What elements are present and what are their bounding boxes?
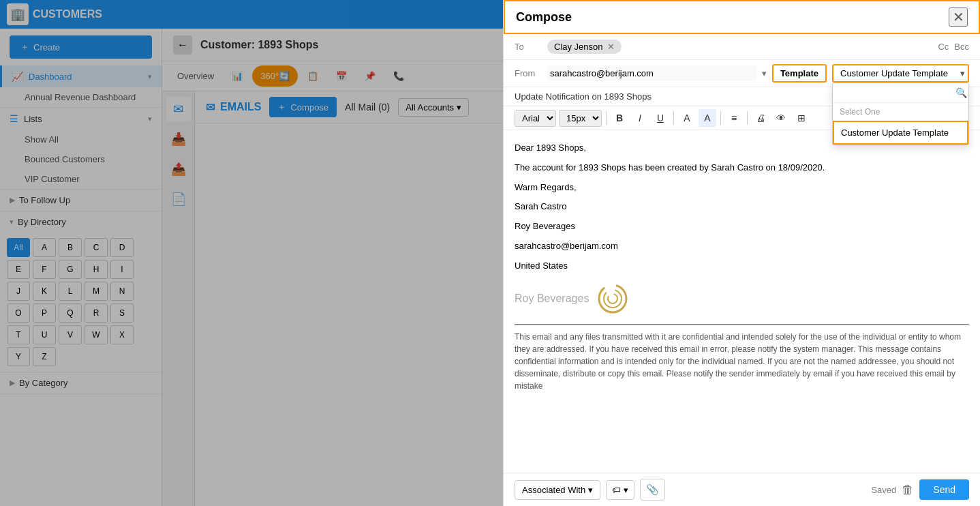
toolbar-bg-color-button[interactable]: A	[699, 109, 716, 127]
template-button[interactable]: Template	[772, 64, 827, 83]
svg-point-2	[608, 294, 617, 303]
template-search-row: 🔍	[833, 83, 968, 103]
body-line1: The account for 1893 Shops has been crea…	[515, 161, 969, 175]
body-divider	[515, 324, 969, 325]
template-search-icon: 🔍	[955, 87, 967, 98]
delete-button[interactable]: 🗑	[902, 483, 914, 497]
delete-icon: 🗑	[902, 483, 914, 496]
compose-header: Compose ✕	[504, 0, 980, 34]
svg-point-1	[604, 290, 622, 308]
compose-from-row: From ▾ Template Customer Update Template…	[504, 60, 980, 87]
attach-button[interactable]: 📎	[640, 479, 665, 501]
signature-logo-area: Roy Beverages	[515, 282, 969, 316]
compose-overlay: Compose ✕ To Clay Jenson ✕ Cc Bcc From	[0, 0, 980, 506]
associated-with-button[interactable]: Associated With ▾	[515, 480, 600, 500]
attach-icon: 📎	[646, 483, 659, 495]
send-button[interactable]: Send	[919, 479, 969, 500]
from-label: From	[515, 68, 542, 78]
toolbar-bold-button[interactable]: B	[611, 109, 628, 127]
body-sig-email: sarahcastro@berijam.com	[515, 239, 969, 254]
body-sig-name: Sarah Castro	[515, 200, 969, 214]
compose-footer: Associated With ▾ 🏷 ▾ 📎 Saved 🗑 Send	[504, 473, 980, 506]
toolbar-size-select[interactable]: 15px	[559, 110, 602, 127]
toolbar-sep-2	[673, 111, 674, 125]
main-layout: ＋ Create 📈 Dashboard ▾ Annual Revenue Da…	[0, 29, 980, 506]
tag-button[interactable]: 🏷 ▾	[606, 480, 634, 500]
body-disclaimer: This email and any files transmitted wit…	[515, 331, 969, 392]
template-search-input[interactable]	[838, 88, 953, 98]
bcc-link[interactable]: Bcc	[954, 42, 969, 52]
recipient-name: Clay Jenson	[554, 42, 603, 52]
compose-to-row: To Clay Jenson ✕ Cc Bcc	[504, 34, 980, 60]
body-warm-regards: Warm Regards,	[515, 181, 969, 195]
body-sig-company: Roy Beverages	[515, 220, 969, 234]
cc-bcc-links: Cc Bcc	[938, 42, 969, 52]
toolbar-color-button[interactable]: A	[678, 109, 696, 127]
compose-modal: Compose ✕ To Clay Jenson ✕ Cc Bcc From	[503, 0, 980, 506]
toolbar-sep-1	[606, 111, 607, 125]
tag-arrow: ▾	[624, 485, 628, 495]
tag-icon: 🏷	[612, 485, 621, 495]
compose-subject: Update Notification on 1893 Shops	[515, 91, 652, 102]
associated-with-arrow: ▾	[588, 485, 593, 495]
toolbar-print-button[interactable]: 🖨	[752, 109, 769, 127]
toolbar-preview-button[interactable]: 👁	[772, 109, 790, 127]
from-email-input[interactable]	[547, 65, 756, 81]
recipient-tag: Clay Jenson ✕	[547, 40, 622, 54]
recipient-remove-button[interactable]: ✕	[607, 42, 615, 52]
toolbar-underline-button[interactable]: U	[652, 109, 669, 127]
toolbar-font-select[interactable]: Arial	[515, 110, 556, 127]
template-option-customer-update[interactable]: Customer Update Template	[833, 121, 968, 145]
compose-close-button[interactable]: ✕	[949, 8, 968, 27]
toolbar-sep-3	[720, 111, 721, 125]
body-sig-country: United States	[515, 259, 969, 273]
to-label: To	[515, 42, 542, 52]
template-select[interactable]: Customer Update Template	[832, 64, 969, 83]
template-select-wrapper: Customer Update Template ▾ 🔍 Select One …	[832, 64, 969, 83]
saved-label: Saved	[871, 485, 896, 495]
toolbar-align-button[interactable]: ≡	[725, 109, 743, 127]
toolbar-italic-button[interactable]: I	[631, 109, 649, 127]
sig-spiral-icon	[596, 282, 630, 316]
compose-title: Compose	[516, 10, 949, 25]
toolbar-table-button[interactable]: ⊞	[793, 109, 810, 127]
template-dropdown-open: 🔍 Select One Customer Update Template	[832, 83, 969, 145]
toolbar-sep-4	[747, 111, 748, 125]
cc-link[interactable]: Cc	[938, 42, 949, 52]
from-dropdown-icon[interactable]: ▾	[762, 68, 767, 78]
compose-body[interactable]: Dear 1893 Shops, The account for 1893 Sh…	[504, 130, 980, 473]
sig-company-text: Roy Beverages	[515, 290, 589, 308]
template-select-one-label: Select One	[833, 103, 968, 121]
